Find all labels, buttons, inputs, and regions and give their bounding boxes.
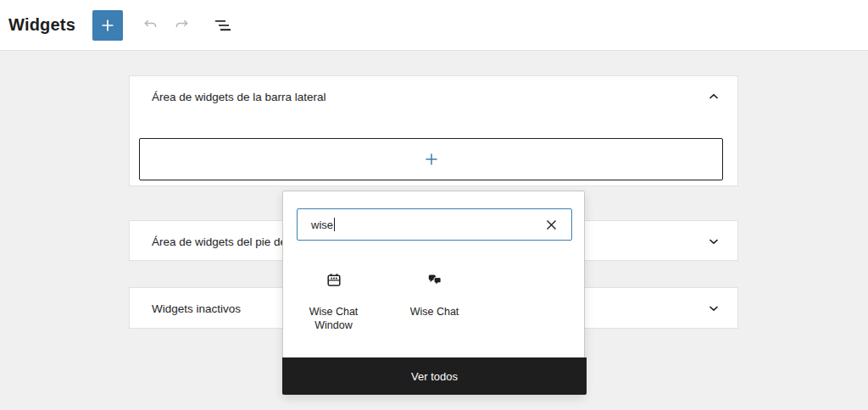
chevron-up-icon[interactable] (704, 86, 724, 107)
plus-icon (421, 149, 442, 169)
search-input[interactable]: wise (297, 208, 572, 241)
search-value: wise (311, 219, 333, 231)
widget-area-panel-sidebar: Área de widgets de la barra lateral (129, 75, 738, 186)
widget-window-icon (324, 270, 344, 291)
list-view-button[interactable] (208, 10, 238, 41)
inserter-results: Wise Chat Window Wise Chat (283, 258, 586, 332)
panel-header-sidebar[interactable]: Área de widgets de la barra lateral (130, 76, 737, 117)
plus-icon (97, 15, 118, 36)
view-all-button[interactable]: Ver todos (282, 357, 587, 395)
block-inserter-popover: wise (282, 191, 585, 395)
block-result-label: Wise Chat (410, 306, 459, 319)
list-view-icon (212, 14, 234, 36)
widgets-canvas: Área de widgets de la barra lateral Área… (0, 52, 868, 410)
block-appender[interactable] (139, 138, 723, 180)
add-block-button[interactable] (92, 10, 123, 41)
undo-icon (140, 15, 160, 36)
chevron-down-icon[interactable] (704, 231, 724, 252)
block-result-label: Wise Chat Window (292, 306, 376, 332)
block-result-wise-chat[interactable]: Wise Chat (384, 258, 485, 332)
block-result-wise-chat-window[interactable]: Wise Chat Window (283, 258, 384, 332)
clear-search-button[interactable] (541, 214, 561, 235)
undo-button[interactable] (135, 10, 165, 41)
redo-button[interactable] (167, 10, 198, 41)
chevron-down-icon[interactable] (704, 298, 724, 319)
redo-icon (172, 15, 192, 36)
text-caret (334, 218, 335, 231)
editor-topbar: Widgets (0, 0, 868, 51)
page-title: Widgets (8, 15, 75, 35)
panel-title: Widgets inactivos (152, 302, 241, 315)
close-icon (544, 218, 559, 232)
chat-bubbles-icon (425, 270, 445, 291)
panel-title: Área de widgets de la barra lateral (152, 91, 326, 103)
empty-result-slot (485, 258, 586, 332)
